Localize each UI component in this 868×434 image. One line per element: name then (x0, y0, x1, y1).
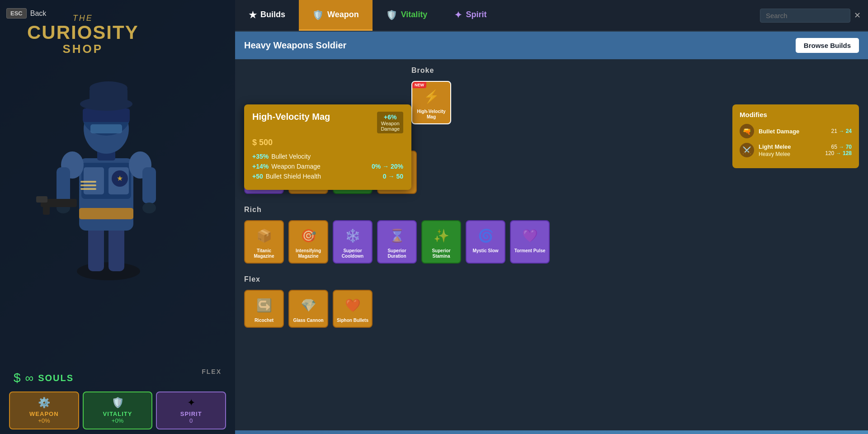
build-title: Heavy Weapons Soldier (244, 40, 346, 51)
shop-curiosity-text: CURIOSITY (27, 23, 139, 42)
tooltip-stat1-label: Bullet Velocity (271, 153, 311, 160)
item-name-intensifying: Intensifying Magazine (292, 248, 325, 261)
item-name-superior-stamina: Superior Stamina (425, 248, 458, 261)
item-superior-duration[interactable]: ⌛ Superior Duration (377, 220, 417, 264)
item-icon-torment: 💜 (519, 225, 541, 246)
tab-vitality-label: Vitality (401, 10, 428, 19)
item-inner: ❄️ Superior Cooldown (334, 221, 372, 263)
item-inner: 🌀 Mystic Slow (467, 221, 505, 257)
souls-label: SOULS (38, 373, 74, 383)
spirit-stat-name: SPIRIT (160, 410, 222, 417)
tooltip-stat-1: +35% Bullet Velocity (252, 153, 403, 160)
souls-row: $ ∞ SOULS (9, 371, 226, 385)
search-clear-button[interactable]: ✕ (854, 10, 861, 20)
weapon-stat-box[interactable]: ⚙️ WEAPON +0% (9, 392, 79, 429)
item-mystic-slow[interactable]: 🌀 Mystic Slow (466, 220, 505, 264)
svg-text:★: ★ (117, 175, 123, 182)
tooltip-badge-line1: Weapon (381, 121, 400, 126)
item-titanic-magazine[interactable]: 📦 Titanic Magazine (244, 220, 284, 264)
svg-rect-21 (90, 88, 127, 104)
vitality-stat-value: +0% (87, 417, 148, 424)
tooltip-stat3-bonus: +50 (252, 173, 263, 180)
item-ricochet[interactable]: ↪️ Ricochet (244, 290, 284, 328)
item-name-ricochet: Ricochet (255, 318, 274, 325)
mod-info-1: Bullet Damage (759, 128, 827, 135)
item-torment-pulse[interactable]: 💜 Torment Pulse (510, 220, 550, 264)
item-name-siphon-bullets: Siphon Bullets (337, 318, 368, 325)
vitality-stat-name: VITALITY (87, 410, 148, 417)
tooltip-stat2-label: Weapon Damage (271, 163, 321, 170)
stat-boxes: ⚙️ WEAPON +0% 🛡️ VITALITY +0% ✦ SPIRIT 0 (9, 392, 226, 429)
tooltip-stat2-bonus: +14% (252, 163, 269, 170)
vitality-stat-box[interactable]: 🛡️ VITALITY +0% (83, 392, 153, 429)
weapon-stat-icon: ⚙️ (14, 397, 75, 409)
sections-container: High-Velocity Mag +6% Weapon Damage $ 50… (235, 59, 868, 332)
item-inner: 💜 Torment Pulse (511, 221, 549, 257)
item-superior-stamina[interactable]: ✨ Superior Stamina (421, 220, 461, 264)
back-button[interactable]: Back (30, 9, 47, 18)
esc-button[interactable]: ESC (6, 8, 27, 19)
spirit-star-icon: ✦ (454, 9, 462, 20)
vitality-stat-icon: 🛡️ (87, 397, 148, 409)
item-icon-intensifying: 🎯 (297, 225, 319, 246)
item-name-torment-pulse: Torment Pulse (514, 248, 546, 255)
item-name-mystic-slow: Mystic Slow (472, 248, 498, 255)
weapon-stat-name: WEAPON (14, 410, 75, 417)
weapon-shield-icon: 🛡️ (312, 9, 324, 20)
tab-builds[interactable]: ★ Builds (235, 0, 299, 31)
item-icon-mag: ⚡ (420, 85, 442, 107)
item-tooltip: High-Velocity Mag +6% Weapon Damage $ 50… (244, 104, 411, 190)
tab-vitality[interactable]: 🛡️ Vitality (373, 0, 441, 31)
tooltip-item-name: High-Velocity Mag (252, 112, 330, 122)
svg-rect-2 (108, 226, 124, 271)
tooltip-price: $ 500 (252, 138, 403, 147)
content-area[interactable]: Heavy Weapons Soldier Browse Builds High… (235, 32, 868, 430)
item-name-superior-duration: Superior Duration (381, 248, 413, 261)
item-icon-sup-duration: ⌛ (386, 225, 408, 246)
new-badge: NEW (412, 82, 426, 88)
rich-label: Rich (244, 206, 859, 214)
vitality-shield-icon: 🛡️ (386, 9, 397, 20)
tab-weapon[interactable]: 🛡️ Weapon (299, 0, 373, 31)
main-panel: ★ Builds 🛡️ Weapon 🛡️ Vitality ✦ Spirit … (235, 0, 868, 434)
item-inner: ❤️ Siphon Bullets (334, 291, 372, 327)
tooltip-header: High-Velocity Mag +6% Weapon Damage (252, 112, 403, 133)
esc-back-area: ESC Back (6, 8, 46, 19)
search-container: ✕ (753, 0, 868, 31)
tab-builds-label: Builds (260, 10, 285, 19)
item-siphon-bullets[interactable]: ❤️ Siphon Bullets (333, 290, 373, 328)
svg-point-13 (142, 203, 156, 213)
melee-icon: ⚔️ (740, 143, 754, 157)
browse-builds-button[interactable]: Browse Builds (796, 38, 859, 53)
weapon-stat-value: +0% (14, 417, 75, 424)
svg-rect-18 (90, 124, 122, 133)
tooltip-badge-line2: Damage (381, 126, 400, 132)
mod-values-1: 21 → 24 (831, 128, 852, 134)
rich-items-grid: 📦 Titanic Magazine 🎯 Intensifying Magazi… (244, 220, 859, 264)
tooltip-stat1-bonus: +35% (252, 153, 269, 160)
tab-weapon-label: Weapon (327, 10, 359, 19)
item-superior-cooldown[interactable]: ❄️ Superior Cooldown (333, 220, 373, 264)
souls-icon: $ (14, 371, 21, 385)
svg-rect-26 (80, 184, 96, 186)
item-glass-cannon[interactable]: 💎 Glass Cannon (288, 290, 328, 328)
tab-spirit-label: Spirit (466, 10, 486, 19)
search-input[interactable] (760, 9, 850, 23)
item-icon-mystic-slow: 🌀 (475, 225, 496, 246)
tooltip-stat-3: +50 Bullet Shield Health 0 → 50 (252, 173, 403, 180)
item-intensifying-magazine[interactable]: 🎯 Intensifying Magazine (288, 220, 328, 264)
spirit-stat-box[interactable]: ✦ SPIRIT 0 (156, 392, 226, 429)
broke-label: Broke (411, 66, 859, 75)
build-header: Heavy Weapons Soldier Browse Builds (235, 32, 868, 59)
flex-label: FLEX (202, 368, 222, 375)
svg-rect-1 (88, 226, 104, 271)
section-rich: Rich 📦 Titanic Magazine 🎯 Intensifying M… (235, 198, 868, 268)
tab-spirit[interactable]: ✦ Spirit (441, 0, 500, 31)
mod-row-1: 🔫 Bullet Damage 21 → 24 (740, 124, 852, 138)
item-inner: ↪️ Ricochet (245, 291, 283, 327)
item-high-velocity-mag[interactable]: NEW ⚡ High-Velocity Mag (411, 81, 451, 124)
infinity-icon: ∞ (25, 371, 34, 385)
item-icon-siphon: ❤️ (342, 294, 363, 316)
shop-title: THE CURIOSITY SHOP (27, 14, 139, 56)
item-inner: ⌛ Superior Duration (378, 221, 416, 263)
